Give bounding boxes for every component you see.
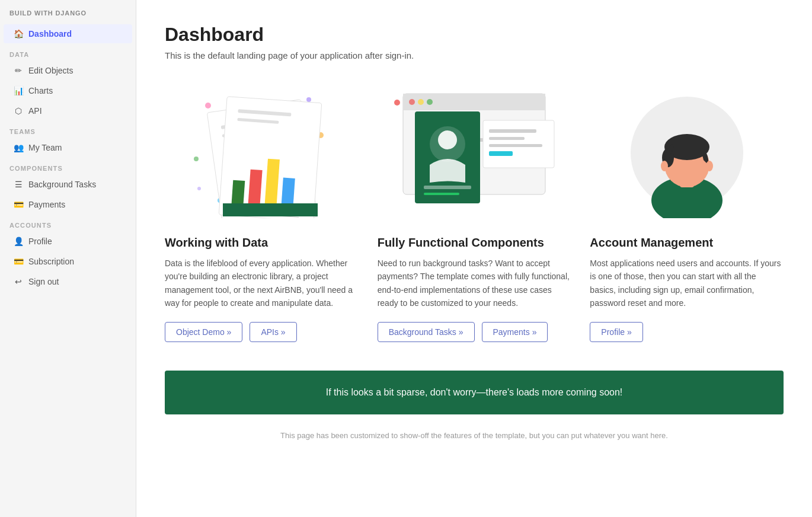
sidebar-section-data: DATA	[0, 44, 136, 60]
sidebar-item-label: My Team	[28, 143, 62, 152]
sidebar-item-dashboard[interactable]: 🏠 Dashboard	[4, 24, 132, 43]
sidebar-item-sign-out[interactable]: ↩ Sign out	[4, 272, 132, 291]
sidebar-item-label: Profile	[28, 237, 52, 246]
sidebar-item-label: Payments	[28, 200, 65, 209]
sidebar-item-label: Background Tasks	[28, 180, 96, 189]
svg-point-22	[394, 100, 400, 106]
sidebar-item-label: Charts	[28, 86, 53, 95]
svg-point-27	[409, 99, 415, 105]
apis-button[interactable]: APIs »	[250, 322, 296, 342]
card-text-components: Need to run background tasks? Want to ac…	[378, 257, 571, 310]
svg-point-3	[194, 157, 199, 161]
payments-icon: 💳	[13, 200, 24, 209]
sidebar: BUILD WITH DJANGO 🏠 Dashboard DATA ✏ Edi…	[0, 0, 136, 517]
svg-point-28	[418, 99, 424, 105]
page-subtitle: This is the default landing page of your…	[165, 50, 784, 60]
card-image-components	[378, 82, 571, 224]
sidebar-item-payments[interactable]: 💳 Payments	[4, 195, 132, 214]
svg-point-0	[205, 103, 211, 108]
svg-rect-39	[424, 186, 471, 189]
sidebar-item-label: Edit Objects	[28, 66, 73, 75]
card-account-management: Account Management Most applications nee…	[590, 82, 784, 342]
brand-label: BUILD WITH DJANGO	[0, 9, 136, 24]
svg-rect-45	[489, 151, 513, 156]
card-text-account: Most applications need users and account…	[590, 257, 784, 310]
sidebar-item-profile[interactable]: 👤 Profile	[4, 232, 132, 251]
svg-rect-26	[403, 94, 545, 110]
profile-icon: 👤	[13, 237, 24, 246]
footer-note: This page has been customized to show-of…	[165, 431, 784, 440]
tasks-icon: ☰	[13, 180, 24, 189]
card-fully-functional: Fully Functional Components Need to run …	[378, 82, 571, 342]
sidebar-item-charts[interactable]: 📊 Charts	[4, 81, 132, 100]
api-icon: ⬡	[13, 106, 24, 116]
card-title-account: Account Management	[590, 236, 784, 250]
card-buttons-components: Background Tasks » Payments »	[378, 322, 571, 342]
card-buttons-data: Object Demo » APIs »	[165, 322, 359, 342]
sidebar-item-label: Dashboard	[28, 29, 72, 39]
sidebar-item-my-team[interactable]: 👥 My Team	[4, 138, 132, 157]
sidebar-item-edit-objects[interactable]: ✏ Edit Objects	[4, 61, 132, 80]
coming-soon-banner: If this looks a bit sparse, don't worry—…	[165, 371, 784, 414]
banner-text: If this looks a bit sparse, don't worry—…	[326, 387, 623, 397]
payments-button[interactable]: Payments »	[482, 322, 548, 342]
cards-row: Working with Data Data is the lifeblood …	[165, 82, 784, 342]
account-illustration	[628, 88, 746, 218]
svg-rect-42	[489, 129, 536, 133]
svg-rect-40	[424, 193, 459, 195]
card-title-components: Fully Functional Components	[378, 236, 571, 250]
components-illustration	[379, 88, 569, 218]
object-demo-button[interactable]: Object Demo »	[165, 322, 242, 342]
signout-icon: ↩	[13, 277, 24, 286]
sidebar-item-background-tasks[interactable]: ☰ Background Tasks	[4, 175, 132, 194]
sidebar-section-accounts: ACCOUNTS	[0, 215, 136, 231]
sidebar-item-api[interactable]: ⬡ API	[4, 101, 132, 120]
home-icon: 🏠	[13, 29, 24, 39]
svg-point-1	[306, 97, 311, 102]
card-title-data: Working with Data	[165, 236, 359, 250]
svg-point-29	[427, 99, 433, 105]
sidebar-item-label: API	[28, 106, 42, 116]
team-icon: 👥	[13, 143, 24, 152]
card-working-with-data: Working with Data Data is the lifeblood …	[165, 82, 359, 342]
sidebar-item-label: Sign out	[28, 277, 59, 286]
sidebar-item-subscription[interactable]: 💳 Subscription	[4, 252, 132, 271]
sidebar-section-components: COMPONENTS	[0, 158, 136, 174]
edit-icon: ✏	[13, 66, 24, 75]
chart-icon: 📊	[13, 86, 24, 95]
background-tasks-button[interactable]: Background Tasks »	[378, 322, 475, 342]
svg-rect-43	[489, 137, 525, 140]
svg-point-52	[661, 161, 668, 171]
main-content: Dashboard This is the default landing pa…	[136, 0, 812, 517]
sidebar-item-label: Subscription	[28, 257, 74, 266]
card-buttons-account: Profile »	[590, 322, 784, 342]
page-title: Dashboard	[165, 24, 784, 46]
card-image-account	[590, 82, 784, 224]
svg-point-53	[706, 161, 713, 171]
profile-button[interactable]: Profile »	[590, 322, 642, 342]
svg-point-38	[438, 130, 457, 149]
svg-point-6	[197, 187, 201, 190]
svg-rect-44	[489, 144, 542, 147]
sidebar-section-teams: TEAMS	[0, 121, 136, 138]
subscription-icon: 💳	[13, 257, 24, 266]
data-illustration	[190, 88, 333, 218]
card-text-data: Data is the lifeblood of every applicati…	[165, 257, 359, 310]
svg-rect-21	[223, 203, 318, 216]
card-image-data	[165, 82, 359, 224]
